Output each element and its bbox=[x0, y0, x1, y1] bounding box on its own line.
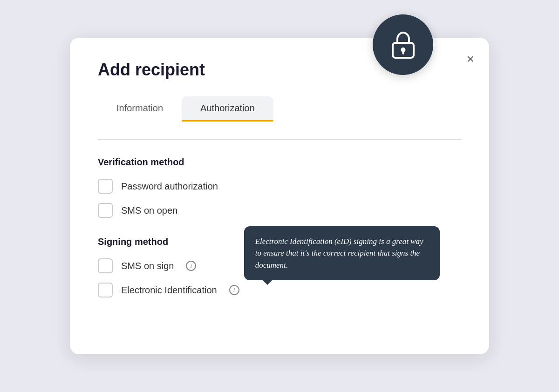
sms-open-checkbox[interactable] bbox=[98, 203, 113, 218]
list-item: SMS on sign i bbox=[98, 258, 461, 273]
sms-open-label: SMS on open bbox=[121, 205, 177, 216]
svg-rect-2 bbox=[402, 51, 404, 54]
sms-sign-info-icon[interactable]: i bbox=[186, 261, 196, 271]
list-item: SMS on open bbox=[98, 203, 461, 218]
lock-icon-circle bbox=[373, 14, 433, 75]
tab-authorization[interactable]: Authorization bbox=[182, 96, 273, 120]
modal-overlay: × Add recipient Information Authorizatio… bbox=[23, 14, 536, 378]
verification-options: Password authorization SMS on open bbox=[98, 179, 461, 218]
sms-sign-label: SMS on sign bbox=[121, 261, 174, 271]
eid-checkbox[interactable] bbox=[98, 283, 113, 297]
modal-dialog: × Add recipient Information Authorizatio… bbox=[70, 38, 489, 354]
signing-section-title: Signing method bbox=[98, 237, 461, 247]
eid-info-icon[interactable]: i Electronic Identification (eID) signin… bbox=[229, 285, 239, 295]
tab-bar: Information Authorization bbox=[98, 96, 461, 120]
close-button[interactable]: × bbox=[465, 51, 476, 68]
lock-icon bbox=[388, 30, 418, 60]
tab-underline bbox=[98, 139, 461, 140]
password-checkbox[interactable] bbox=[98, 179, 113, 194]
signing-options: SMS on sign i Electronic Identification … bbox=[98, 258, 461, 297]
list-item: Password authorization bbox=[98, 179, 461, 194]
verification-section: Verification method Password authorizati… bbox=[98, 157, 461, 218]
verification-section-title: Verification method bbox=[98, 157, 461, 168]
list-item: Electronic Identification i Electronic I… bbox=[98, 283, 461, 297]
eid-label: Electronic Identification bbox=[121, 285, 217, 296]
password-label: Password authorization bbox=[121, 181, 218, 192]
signing-section: Signing method SMS on sign i Electronic … bbox=[98, 237, 461, 297]
tab-information[interactable]: Information bbox=[98, 96, 182, 120]
sms-sign-checkbox[interactable] bbox=[98, 258, 113, 273]
